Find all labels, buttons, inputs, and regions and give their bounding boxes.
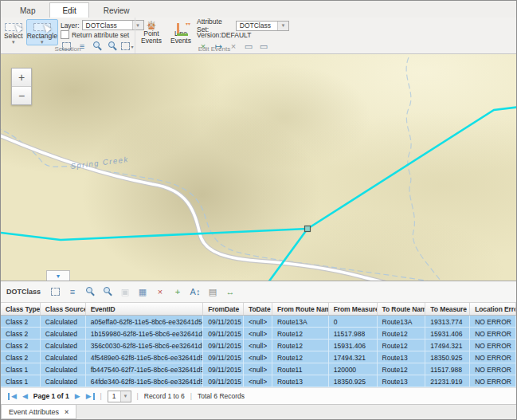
table-cell: Route13 xyxy=(272,375,329,387)
attribute-set-dropdown[interactable]: DOTClass ▼ xyxy=(236,21,289,31)
column-header[interactable]: To Route Name xyxy=(378,303,426,315)
column-header[interactable]: ToDate xyxy=(244,303,272,315)
route-event-line-west[interactable] xyxy=(1,229,307,240)
table-cell: 21231.919 xyxy=(425,375,470,387)
table-header-row: Class TypeClass SourceEventIDFromDateToD… xyxy=(1,302,516,316)
table-cell: <null> xyxy=(244,375,272,387)
page-layout-icon[interactable]: ▤ xyxy=(206,286,219,297)
ribbon-tab-map[interactable]: Map xyxy=(7,2,48,18)
table-cell: 17494.321 xyxy=(329,351,378,363)
table-cell: Class 2 xyxy=(1,316,41,327)
pagination-bar: ◀ ◀ Page 1 of 1 ▶ ▶ | 1 ▼ | Record 1 to … xyxy=(1,387,516,404)
table-cell: Class 2 xyxy=(1,328,41,339)
table-row[interactable]: Class 2Calculated1b159980-62f8-11e5-8bc6… xyxy=(1,328,516,340)
column-header[interactable]: EventID xyxy=(86,303,204,315)
column-header[interactable]: Location Error xyxy=(470,303,516,315)
application-window: MapEditReview Select ▾ Rectangle ▾ Layer… xyxy=(0,0,517,420)
select-cursor-icon xyxy=(5,23,22,31)
ribbon: MapEditReview Select ▾ Rectangle ▾ Layer… xyxy=(1,1,516,54)
page-number-dropdown[interactable]: 1 ▼ xyxy=(108,391,131,402)
table-cell: 15931.406 xyxy=(425,328,470,339)
table-cell: 4f5489e0-62f8-11e5-8bc6-ee32641d5ec9 xyxy=(86,351,204,363)
table-cell: <null> xyxy=(244,340,272,351)
zoom-in-button[interactable]: + xyxy=(12,69,31,86)
edit-events-group-label: Edit Events xyxy=(135,45,293,53)
rectangle-select-icon xyxy=(33,23,51,31)
table-row[interactable]: Class 1Calculatedfb447540-62f7-11e5-8bc6… xyxy=(1,363,516,375)
table-menu-icon[interactable]: ≡ xyxy=(66,286,79,297)
last-page-icon[interactable]: ▶ xyxy=(86,393,95,400)
column-header[interactable]: FromDate xyxy=(203,303,244,315)
table-cell: 18350.925 xyxy=(425,351,470,363)
table-cell: 11517.988 xyxy=(329,328,378,339)
column-header[interactable]: Class Type xyxy=(1,303,41,315)
table-cell: NO ERROR xyxy=(470,351,516,363)
table-cell: 17494.321 xyxy=(425,340,470,351)
separator: | xyxy=(137,392,139,400)
record-range-text: Record 1 to 6 xyxy=(144,392,185,400)
table-cell: 09/11/2015 xyxy=(203,340,244,351)
table-cell: 64fde340-62f8-11e5-8bc6-ee32641d5ec9 xyxy=(86,375,204,387)
table-row[interactable]: Class 2Calculateda05effa0-62f8-11e5-8bc6… xyxy=(1,316,516,328)
close-icon[interactable]: × xyxy=(65,408,69,416)
pan-to-selection-icon[interactable] xyxy=(101,286,114,297)
ribbon-tab-edit[interactable]: Edit xyxy=(49,2,88,18)
table-cell: Calculated xyxy=(41,375,86,387)
add-table-icon[interactable]: + xyxy=(171,286,184,297)
table-cell: 18350.925 xyxy=(329,375,378,387)
attribute-set-dropdown-value: DOTClass xyxy=(237,22,277,29)
event-attributes-panel: DOTClass ≡▣▦×+A↕▤↔ Class TypeClass Sourc… xyxy=(1,281,516,419)
select-by-rectangle-icon[interactable] xyxy=(49,286,61,297)
table-title: DOTClass xyxy=(6,288,41,296)
fit-columns-icon[interactable]: ↔ xyxy=(224,286,237,297)
table-cell: 09/11/2015 xyxy=(203,351,244,363)
separator: | xyxy=(190,392,192,400)
rectangle-tool-button[interactable]: Rectangle ▾ xyxy=(26,19,58,45)
delete-row-icon[interactable]: × xyxy=(154,286,166,297)
select-tool-button[interactable]: Select ▾ xyxy=(3,19,24,45)
column-header[interactable]: To Measure xyxy=(425,303,470,315)
route-event-line-northeast[interactable] xyxy=(307,107,516,229)
column-header[interactable]: Class Source xyxy=(41,303,86,315)
route-event-line-south[interactable] xyxy=(268,229,307,281)
ribbon-tab-review[interactable]: Review xyxy=(91,2,143,18)
switch-table-icon[interactable]: ▦ xyxy=(136,286,149,297)
column-header[interactable]: From Route Name xyxy=(272,303,329,315)
sort-icon[interactable]: A↕ xyxy=(189,286,202,297)
creek-line xyxy=(1,128,516,281)
table-row[interactable]: Class 1Calculated64fde340-62f8-11e5-8bc6… xyxy=(1,375,516,387)
route-junction-vertex[interactable] xyxy=(305,226,311,232)
table-row[interactable]: Class 2Calculated4f5489e0-62f8-11e5-8bc6… xyxy=(1,351,516,363)
tab-event-attributes[interactable]: Event Attributes × xyxy=(1,405,76,419)
total-records-text: Total 6 Records xyxy=(198,392,245,400)
first-page-icon[interactable]: ◀ xyxy=(8,393,17,400)
table-cell: Calculated xyxy=(41,351,86,363)
table-cell: 356c0030-62f8-11e5-8bc6-ee32641d5ec9 xyxy=(86,340,204,351)
table-cell: Route13 xyxy=(378,375,426,387)
line-events-button[interactable]: ▾▾ Line Events xyxy=(167,19,194,45)
column-header[interactable]: From Measure xyxy=(329,303,378,315)
save-icon: ▣ xyxy=(119,286,131,297)
table-cell: 09/11/2015 xyxy=(203,328,244,339)
page-indicator: Page 1 of 1 xyxy=(33,392,69,400)
table-cell: Class 1 xyxy=(1,375,41,387)
selection-group-label: Selection xyxy=(1,45,135,53)
table-cell: 11517.988 xyxy=(425,363,470,375)
table-cell: Calculated xyxy=(41,316,86,327)
next-page-icon[interactable]: ▶ xyxy=(75,393,80,400)
table-cell: <null> xyxy=(244,363,272,375)
panel-collapse-button[interactable]: ▼ xyxy=(46,270,70,281)
return-attribute-set-checkbox[interactable] xyxy=(61,30,69,39)
table-row[interactable]: Class 2Calculated356c0030-62f8-11e5-8bc6… xyxy=(1,340,516,351)
zoom-out-button[interactable]: − xyxy=(12,86,31,104)
chevron-down-icon: ▼ xyxy=(56,273,61,279)
point-events-button[interactable]: Point Events xyxy=(138,19,165,45)
table-cell: Route13 xyxy=(378,351,426,363)
ribbon-tab-bar: MapEditReview xyxy=(1,1,516,18)
zoom-to-selection-icon[interactable] xyxy=(84,286,96,297)
table-cell: <null> xyxy=(244,316,272,327)
previous-page-icon[interactable]: ◀ xyxy=(22,393,28,400)
map-view[interactable]: Spring Creek + − ▼ xyxy=(1,54,516,281)
edit-events-group: Point Events ▾▾ Line Events Attribute Se… xyxy=(135,18,293,53)
table-cell: Class 2 xyxy=(1,340,41,351)
